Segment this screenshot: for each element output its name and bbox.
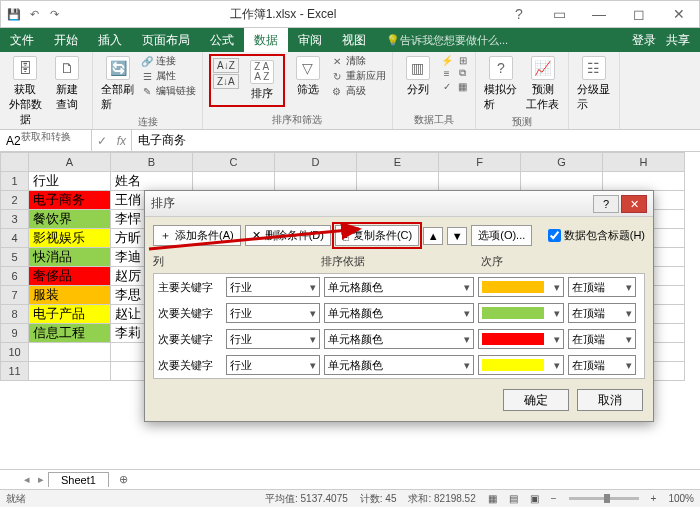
outline-button[interactable]: ☷分级显示 — [575, 54, 613, 114]
color-select[interactable] — [478, 329, 564, 349]
cell[interactable]: 信息工程 — [29, 324, 111, 343]
properties-button[interactable]: ☰属性 — [141, 69, 196, 83]
col-header[interactable]: E — [357, 153, 439, 172]
row-header[interactable]: 4 — [1, 229, 29, 248]
col-header[interactable]: D — [275, 153, 357, 172]
row-header[interactable]: 5 — [1, 248, 29, 267]
tab-review[interactable]: 审阅 — [288, 28, 332, 52]
column-select[interactable]: 行业 — [226, 329, 320, 349]
edit-links-button[interactable]: ✎编辑链接 — [141, 84, 196, 98]
tab-nav-next[interactable]: ▸ — [34, 473, 48, 486]
row-header[interactable]: 6 — [1, 267, 29, 286]
move-up-button[interactable]: ▲ — [423, 227, 443, 245]
redo-icon[interactable]: ↷ — [47, 7, 61, 21]
sorton-select[interactable]: 单元格颜色 — [324, 303, 474, 323]
relationships-icon[interactable]: ⧉ — [457, 67, 469, 79]
tab-layout[interactable]: 页面布局 — [132, 28, 200, 52]
ok-button[interactable]: 确定 — [503, 389, 569, 411]
cell[interactable]: 服装 — [29, 286, 111, 305]
filter-button[interactable]: ▽筛选 — [289, 54, 327, 99]
position-select[interactable]: 在顶端 — [568, 355, 636, 375]
view-break-icon[interactable]: ▣ — [530, 493, 539, 504]
dialog-close-button[interactable]: ✕ — [621, 195, 647, 213]
col-header[interactable]: G — [521, 153, 603, 172]
refresh-all-button[interactable]: 🔄全部刷新 — [99, 54, 137, 114]
header-checkbox[interactable]: 数据包含标题(H) — [548, 228, 645, 243]
delete-condition-button[interactable]: ✕删除条件(D) — [245, 225, 331, 246]
view-layout-icon[interactable]: ▤ — [509, 493, 518, 504]
column-select[interactable]: 行业 — [226, 355, 320, 375]
name-box[interactable]: A2 — [0, 130, 92, 151]
position-select[interactable]: 在顶端 — [568, 277, 636, 297]
flash-fill-icon[interactable]: ⚡ — [441, 54, 453, 66]
row-header[interactable]: 2 — [1, 191, 29, 210]
fx-icon[interactable]: ✓ — [97, 134, 107, 148]
connections-button[interactable]: 🔗连接 — [141, 54, 196, 68]
color-select[interactable] — [478, 355, 564, 375]
maximize-icon[interactable]: ◻ — [619, 6, 659, 22]
ribbon-toggle-icon[interactable]: ▭ — [539, 6, 579, 22]
row-header[interactable]: 1 — [1, 172, 29, 191]
share-button[interactable]: 共享 — [666, 32, 690, 49]
options-button[interactable]: 选项(O)... — [471, 225, 532, 246]
advanced-filter-button[interactable]: ⚙高级 — [331, 84, 386, 98]
cell[interactable]: 行业 — [29, 172, 111, 191]
sorton-select[interactable]: 单元格颜色 — [324, 355, 474, 375]
cell[interactable]: 快消品 — [29, 248, 111, 267]
forecast-button[interactable]: 📈预测 工作表 — [524, 54, 562, 114]
tab-home[interactable]: 开始 — [44, 28, 88, 52]
position-select[interactable]: 在顶端 — [568, 329, 636, 349]
signin-link[interactable]: 登录 — [632, 32, 656, 49]
clear-filter-button[interactable]: ✕清除 — [331, 54, 386, 68]
tab-data[interactable]: 数据 — [244, 28, 288, 52]
copy-condition-button[interactable]: ⎘复制条件(C) — [335, 225, 419, 246]
text-to-columns-button[interactable]: ▥分列 — [399, 54, 437, 99]
color-select[interactable] — [478, 277, 564, 297]
tab-file[interactable]: 文件 — [0, 28, 44, 52]
row-header[interactable]: 10 — [1, 343, 29, 362]
cell[interactable]: 电子商务 — [29, 191, 111, 210]
dialog-help-button[interactable]: ? — [593, 195, 619, 213]
consolidate-icon[interactable]: ⊞ — [457, 54, 469, 66]
tab-insert[interactable]: 插入 — [88, 28, 132, 52]
cell[interactable]: 奢侈品 — [29, 267, 111, 286]
col-header[interactable]: B — [111, 153, 193, 172]
zoom-out-icon[interactable]: − — [551, 493, 557, 504]
cell[interactable]: 影视娱乐 — [29, 229, 111, 248]
col-header[interactable]: F — [439, 153, 521, 172]
minimize-icon[interactable]: — — [579, 6, 619, 22]
cell[interactable]: 电子产品 — [29, 305, 111, 324]
external-data-button[interactable]: 🗄获取 外部数据 — [6, 54, 44, 129]
row-header[interactable]: 9 — [1, 324, 29, 343]
new-sheet-button[interactable]: ⊕ — [111, 473, 136, 486]
help-icon[interactable]: ? — [499, 6, 539, 22]
cell[interactable]: 姓名 — [111, 172, 193, 191]
zoom-slider[interactable] — [569, 497, 639, 500]
formula-input[interactable]: 电子商务 — [132, 130, 700, 151]
sorton-select[interactable]: 单元格颜色 — [324, 329, 474, 349]
sort-asc-button[interactable]: A↓Z — [213, 58, 239, 73]
row-header[interactable]: 11 — [1, 362, 29, 381]
position-select[interactable]: 在顶端 — [568, 303, 636, 323]
row-header[interactable]: 3 — [1, 210, 29, 229]
save-icon[interactable]: 💾 — [7, 7, 21, 21]
color-select[interactable] — [478, 303, 564, 323]
col-header[interactable]: A — [29, 153, 111, 172]
sheet-tab[interactable]: Sheet1 — [48, 472, 109, 487]
dialog-titlebar[interactable]: 排序 ? ✕ — [145, 191, 653, 217]
column-select[interactable]: 行业 — [226, 303, 320, 323]
zoom-value[interactable]: 100% — [668, 493, 694, 504]
sort-button[interactable]: Z AA Z排序 — [243, 58, 281, 103]
header-checkbox-input[interactable] — [548, 229, 561, 242]
select-all[interactable] — [1, 153, 29, 172]
view-normal-icon[interactable]: ▦ — [488, 493, 497, 504]
reapply-button[interactable]: ↻重新应用 — [331, 69, 386, 83]
cell[interactable]: 餐饮界 — [29, 210, 111, 229]
undo-icon[interactable]: ↶ — [27, 7, 41, 21]
row-header[interactable]: 7 — [1, 286, 29, 305]
column-select[interactable]: 行业 — [226, 277, 320, 297]
datamodel-icon[interactable]: ▦ — [457, 80, 469, 92]
close-icon[interactable]: ✕ — [659, 6, 699, 22]
col-header[interactable]: H — [603, 153, 685, 172]
move-down-button[interactable]: ▼ — [447, 227, 467, 245]
